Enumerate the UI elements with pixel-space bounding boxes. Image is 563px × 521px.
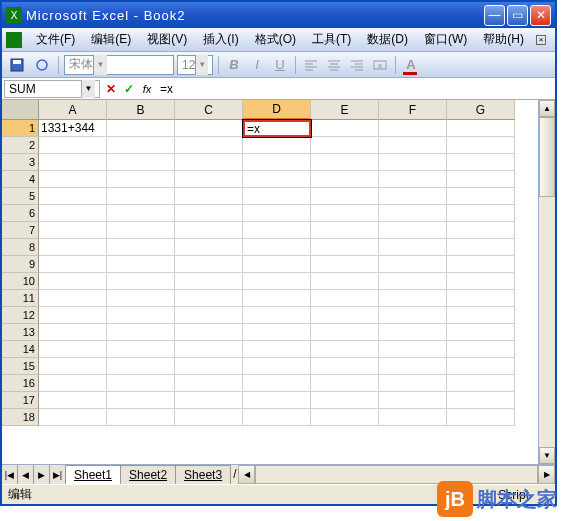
- cell[interactable]: [107, 273, 175, 290]
- menu-file[interactable]: 文件(F): [30, 29, 81, 50]
- cell[interactable]: [311, 341, 379, 358]
- cell[interactable]: [311, 171, 379, 188]
- cell[interactable]: [175, 273, 243, 290]
- cell[interactable]: [311, 154, 379, 171]
- menu-view[interactable]: 视图(V): [141, 29, 193, 50]
- column-header[interactable]: D: [243, 100, 311, 120]
- cell[interactable]: [447, 222, 515, 239]
- row-header[interactable]: 18: [2, 409, 39, 426]
- cell[interactable]: [107, 392, 175, 409]
- cell[interactable]: [175, 256, 243, 273]
- cell[interactable]: [379, 154, 447, 171]
- column-header[interactable]: E: [311, 100, 379, 120]
- cell[interactable]: [311, 290, 379, 307]
- cell[interactable]: [39, 256, 107, 273]
- cell[interactable]: [447, 375, 515, 392]
- cell[interactable]: [107, 290, 175, 307]
- fx-button[interactable]: fx: [138, 80, 156, 98]
- scroll-thumb[interactable]: [539, 117, 555, 197]
- cell[interactable]: [379, 205, 447, 222]
- last-sheet-button[interactable]: ▶|: [50, 465, 66, 484]
- cell[interactable]: [39, 188, 107, 205]
- cell[interactable]: [107, 205, 175, 222]
- row-header[interactable]: 8: [2, 239, 39, 256]
- first-sheet-button[interactable]: |◀: [2, 465, 18, 484]
- cell[interactable]: [243, 222, 311, 239]
- cell[interactable]: =x: [243, 120, 311, 137]
- cell[interactable]: [447, 324, 515, 341]
- font-size-select[interactable]: 12 ▼: [177, 55, 213, 75]
- maximize-button[interactable]: ▭: [507, 5, 528, 26]
- cell[interactable]: [379, 256, 447, 273]
- cell[interactable]: [243, 188, 311, 205]
- chevron-down-icon[interactable]: ▼: [93, 55, 107, 75]
- permission-button[interactable]: [31, 54, 53, 76]
- sheet-tab-2[interactable]: Sheet2: [121, 465, 176, 484]
- cell[interactable]: [311, 392, 379, 409]
- cell[interactable]: [39, 375, 107, 392]
- cell[interactable]: [379, 307, 447, 324]
- cell[interactable]: [243, 358, 311, 375]
- cell[interactable]: [379, 409, 447, 426]
- cell[interactable]: [447, 154, 515, 171]
- cell[interactable]: [311, 358, 379, 375]
- cell[interactable]: [39, 273, 107, 290]
- cell[interactable]: [175, 239, 243, 256]
- cell[interactable]: [379, 222, 447, 239]
- cell[interactable]: [39, 290, 107, 307]
- menu-tools[interactable]: 工具(T): [306, 29, 357, 50]
- align-left-button[interactable]: [301, 55, 321, 75]
- cell[interactable]: [39, 392, 107, 409]
- menu-window[interactable]: 窗口(W): [418, 29, 473, 50]
- cell[interactable]: [311, 137, 379, 154]
- row-header[interactable]: 9: [2, 256, 39, 273]
- column-header[interactable]: B: [107, 100, 175, 120]
- cell[interactable]: [175, 154, 243, 171]
- row-header[interactable]: 11: [2, 290, 39, 307]
- cell[interactable]: [447, 188, 515, 205]
- cell[interactable]: [243, 324, 311, 341]
- menu-insert[interactable]: 插入(I): [197, 29, 244, 50]
- cell[interactable]: [379, 120, 447, 137]
- row-header[interactable]: 14: [2, 341, 39, 358]
- cell[interactable]: [379, 188, 447, 205]
- cell[interactable]: [311, 188, 379, 205]
- column-header[interactable]: G: [447, 100, 515, 120]
- row-header[interactable]: 3: [2, 154, 39, 171]
- cell[interactable]: [379, 290, 447, 307]
- row-header[interactable]: 15: [2, 358, 39, 375]
- menu-format[interactable]: 格式(O): [249, 29, 302, 50]
- cell[interactable]: [175, 290, 243, 307]
- formula-input[interactable]: [156, 82, 555, 96]
- cell[interactable]: [379, 273, 447, 290]
- cell[interactable]: [311, 205, 379, 222]
- cell[interactable]: [39, 137, 107, 154]
- cell[interactable]: [243, 137, 311, 154]
- cell[interactable]: [447, 307, 515, 324]
- font-color-button[interactable]: A: [401, 55, 421, 75]
- row-header[interactable]: 7: [2, 222, 39, 239]
- cell[interactable]: [39, 341, 107, 358]
- cell[interactable]: [107, 171, 175, 188]
- cell[interactable]: [311, 222, 379, 239]
- close-button[interactable]: ✕: [530, 5, 551, 26]
- italic-button[interactable]: I: [247, 55, 267, 75]
- cell[interactable]: [379, 171, 447, 188]
- row-header[interactable]: 4: [2, 171, 39, 188]
- align-right-button[interactable]: [347, 55, 367, 75]
- cell[interactable]: [447, 358, 515, 375]
- cell[interactable]: [379, 358, 447, 375]
- cell[interactable]: [447, 120, 515, 137]
- doc-close-button[interactable]: ×: [536, 35, 546, 45]
- cell[interactable]: [107, 307, 175, 324]
- cell[interactable]: [107, 222, 175, 239]
- cell[interactable]: [447, 256, 515, 273]
- cell[interactable]: [243, 392, 311, 409]
- cell[interactable]: [243, 290, 311, 307]
- cell[interactable]: [107, 256, 175, 273]
- save-button[interactable]: [6, 54, 28, 76]
- cell[interactable]: [379, 341, 447, 358]
- column-header[interactable]: C: [175, 100, 243, 120]
- align-center-button[interactable]: [324, 55, 344, 75]
- cell[interactable]: [175, 307, 243, 324]
